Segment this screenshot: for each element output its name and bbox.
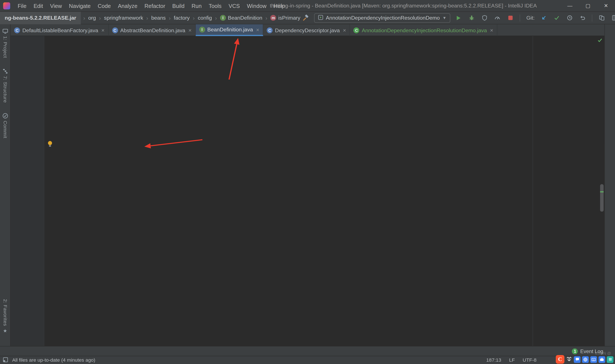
editor-gutter <box>11 36 44 346</box>
editor-scrollbar-thumb[interactable] <box>600 184 604 212</box>
menu-edit[interactable]: Edit <box>30 0 47 12</box>
close-tab-icon[interactable]: × <box>188 27 192 33</box>
build-hammer-icon[interactable] <box>301 13 310 23</box>
ime-grid-icon <box>607 356 613 363</box>
idea-window: FileEditViewNavigateCodeAnalyzeRefactorB… <box>0 0 615 364</box>
breadcrumb-item[interactable]: beans <box>150 15 167 21</box>
tab-BeanDefinition.java[interactable]: IBeanDefinition.java× <box>196 24 263 36</box>
ime-keyboard-icon <box>590 356 597 363</box>
menu-refactor[interactable]: Refactor <box>141 0 169 12</box>
layout-windows-icon[interactable] <box>610 13 615 23</box>
window-title: thinking-in-spring - BeanDefinition.java… <box>270 0 537 12</box>
toolwindow-switcher-icon[interactable] <box>3 357 8 363</box>
run-button[interactable] <box>454 13 463 23</box>
tab-label: DependencyDescriptor.java <box>275 27 340 33</box>
toolbar-divider <box>592 14 592 21</box>
tab-label: AbstractBeanDefinition.java <box>120 27 185 33</box>
tab-DependencyDescriptor.java[interactable]: CDependencyDescriptor.java× <box>263 24 350 36</box>
csdn-watermark: CSDN @ C <box>556 355 614 364</box>
commit-icon <box>2 113 8 119</box>
run-config-icon <box>318 15 323 21</box>
breadcrumb-item[interactable]: org <box>88 15 97 21</box>
menu-build[interactable]: Build <box>169 0 188 12</box>
menu-tools[interactable]: Tools <box>205 0 225 12</box>
line-separator[interactable]: LF <box>509 357 515 363</box>
annotation-arrows <box>11 36 604 346</box>
method-icon: m <box>270 15 276 21</box>
breadcrumb-class[interactable]: IBeanDefinition <box>219 15 263 21</box>
file-encoding[interactable]: UTF-8 <box>523 357 537 363</box>
rollback-icon[interactable] <box>578 13 587 23</box>
close-tab-icon[interactable]: × <box>343 27 346 33</box>
run-configuration-selector[interactable]: AnnotationDependencyInjectionResolutionD… <box>314 13 450 23</box>
diff-icon[interactable] <box>597 13 606 23</box>
breadcrumb-member-label: isPrimary <box>278 15 300 21</box>
profiler-button[interactable] <box>493 13 502 23</box>
title-bar: FileEditViewNavigateCodeAnalyzeRefactorB… <box>0 0 615 12</box>
close-tab-icon[interactable]: × <box>256 26 259 33</box>
tool-window-bar: 1 Event Log <box>0 346 615 356</box>
status-bar: All files are up-to-date (4 minutes ago)… <box>0 356 615 364</box>
left-tool-stripe: 1: Project7: StructureCommit 2: Favorite… <box>0 24 11 346</box>
project-icon <box>2 28 8 34</box>
status-left: All files are up-to-date (4 minutes ago) <box>0 357 95 363</box>
tab-DefaultListableBeanFactory.java[interactable]: CDefaultListableBeanFactory.java× <box>11 24 108 36</box>
stripe-label: 7: Structure <box>2 76 8 103</box>
history-icon[interactable] <box>565 13 574 23</box>
breadcrumb-item[interactable]: factory <box>173 15 190 21</box>
tab-AbstractBeanDefinition.java[interactable]: CAbstractBeanDefinition.java× <box>108 24 196 36</box>
debug-button[interactable] <box>467 13 476 23</box>
status-right: 187:13 LF UTF-8 <box>486 357 537 363</box>
editor-tabs: CDefaultListableBeanFactory.java×CAbstra… <box>11 24 604 36</box>
stripe-label: 2: Favorites <box>2 299 8 326</box>
menu-run[interactable]: Run <box>188 0 205 12</box>
editor[interactable] <box>11 36 604 346</box>
stripe-item-2-favorites[interactable]: 2: Favorites★ <box>2 299 8 334</box>
tab-AnnotationDependencyInjectionResolutionDemo.java[interactable]: CAnnotationDependencyInjectionResolution… <box>350 24 497 36</box>
close-tab-icon[interactable]: × <box>490 27 493 33</box>
watermark-text: CSDN @ <box>595 351 611 355</box>
stripe-label: 1: Project <box>2 36 8 58</box>
class-icon: C <box>354 27 360 33</box>
interface-icon: I <box>199 27 205 33</box>
menu-view[interactable]: View <box>47 0 65 12</box>
minimize-button[interactable]: — <box>561 0 579 12</box>
breadcrumb-separator-icon: › <box>144 15 150 21</box>
git-update-icon[interactable] <box>539 13 548 23</box>
caret-position[interactable]: 187:13 <box>486 357 501 363</box>
tab-label: BeanDefinition.java <box>207 27 253 33</box>
left-stripe-bottom: 2: Favorites★ <box>2 299 8 344</box>
notification-badge: 1 <box>572 348 578 354</box>
maximize-button[interactable]: ▢ <box>579 0 597 12</box>
breadcrumb-item[interactable]: config <box>197 15 213 21</box>
screen: FileEditViewNavigateCodeAnalyzeRefactorB… <box>0 0 615 364</box>
close-button[interactable]: ✕ <box>597 0 615 12</box>
breadcrumb-root[interactable]: ng-beans-5.2.2.RELEASE.jar <box>0 12 81 24</box>
menu-analyze[interactable]: Analyze <box>114 0 141 12</box>
git-commit-icon[interactable] <box>552 13 561 23</box>
occurrence-stripe-mark <box>600 191 604 193</box>
stripe-item-7-structure[interactable]: 7: Structure <box>2 68 8 103</box>
stripe-item-1-project[interactable]: 1: Project <box>2 28 8 58</box>
stripe-item-commit[interactable]: Commit <box>2 113 8 138</box>
tab-label: DefaultListableBeanFactory.java <box>22 27 98 33</box>
class-icon: C <box>267 27 273 33</box>
ime-chat-icon <box>574 356 580 363</box>
breadcrumb-item[interactable]: springframework <box>103 15 144 21</box>
stop-button[interactable] <box>506 13 515 23</box>
breadcrumbs: ›org›springframework›beans›factory›confi… <box>81 15 301 21</box>
coverage-button[interactable] <box>480 13 489 23</box>
menu-vcs[interactable]: VCS <box>225 0 243 12</box>
vcs-status-message[interactable]: All files are up-to-date (4 minutes ago) <box>12 357 95 363</box>
close-tab-icon[interactable]: × <box>101 27 105 33</box>
intention-bulb-icon[interactable] <box>47 140 53 149</box>
breadcrumb-separator-icon: › <box>81 15 88 21</box>
chevron-down-icon: ▼ <box>442 16 446 20</box>
inspection-ok-icon[interactable] <box>597 38 602 44</box>
menu-file[interactable]: File <box>14 0 30 12</box>
breadcrumb-member[interactable]: misPrimary <box>270 15 301 21</box>
menu-code[interactable]: Code <box>94 0 114 12</box>
star-icon: ★ <box>3 328 7 334</box>
menu-window[interactable]: Window <box>243 0 270 12</box>
menu-navigate[interactable]: Navigate <box>65 0 94 12</box>
